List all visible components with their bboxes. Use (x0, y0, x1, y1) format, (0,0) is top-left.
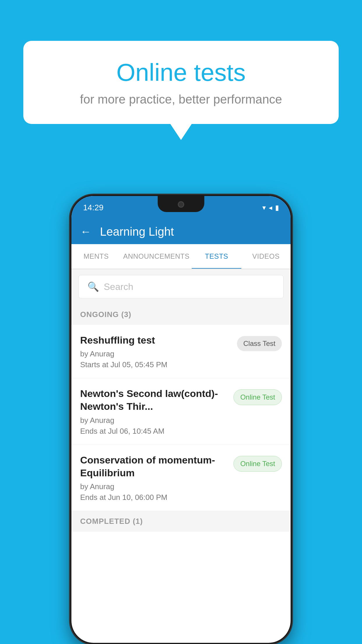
speech-bubble-subtitle: for more practice, better performance (47, 92, 315, 106)
test-badge-3: Online Test (233, 456, 282, 472)
test-date-3: Ends at Jun 10, 06:00 PM (80, 493, 228, 502)
tab-videos[interactable]: VIDEOS (241, 244, 291, 269)
search-box[interactable]: 🔍 Search (78, 275, 284, 298)
search-container: 🔍 Search (71, 269, 291, 304)
test-item-3[interactable]: Conservation of momentum-Equilibrium by … (71, 445, 291, 511)
ongoing-section-header: ONGOING (3) (71, 304, 291, 325)
test-info-1: Reshuffling test by Anurag Starts at Jul… (80, 334, 231, 369)
status-icons: ▾ ◂ ▮ (262, 204, 279, 212)
test-author-2: by Anurag (80, 416, 228, 425)
tab-ments[interactable]: MENTS (71, 244, 121, 269)
notch-cutout (158, 196, 204, 212)
tabs-bar: MENTS ANNOUNCEMENTS TESTS VIDEOS (71, 244, 291, 269)
tests-list: Reshuffling test by Anurag Starts at Jul… (71, 325, 291, 511)
search-placeholder: Search (104, 281, 133, 292)
test-badge-1: Class Test (237, 336, 282, 351)
test-badge-2: Online Test (233, 389, 282, 405)
app-header: ← Learning Light (71, 219, 291, 244)
test-date-1: Starts at Jul 05, 05:45 PM (80, 360, 231, 369)
search-icon: 🔍 (87, 281, 99, 292)
camera-icon (178, 201, 184, 208)
test-name-3: Conservation of momentum-Equilibrium (80, 454, 228, 479)
test-item-1[interactable]: Reshuffling test by Anurag Starts at Jul… (71, 325, 291, 378)
speech-bubble-container: Online tests for more practice, better p… (23, 41, 339, 124)
back-button[interactable]: ← (80, 225, 91, 238)
test-date-2: Ends at Jul 06, 10:45 AM (80, 427, 228, 436)
phone-frame: 14:29 ▾ ◂ ▮ ← Learning Light MENTS (70, 195, 292, 644)
status-bar: 14:29 ▾ ◂ ▮ (71, 196, 291, 219)
phone-screen: 14:29 ▾ ◂ ▮ ← Learning Light MENTS (71, 196, 291, 643)
phone-wrapper: 14:29 ▾ ◂ ▮ ← Learning Light MENTS (70, 195, 292, 644)
speech-bubble-title: Online tests (47, 58, 315, 87)
test-info-2: Newton's Second law(contd)-Newton's Thir… (80, 387, 228, 435)
signal-icon: ◂ (269, 204, 272, 212)
test-name-1: Reshuffling test (80, 334, 231, 346)
completed-section-title: COMPLETED (1) (80, 517, 143, 526)
status-time: 14:29 (83, 203, 103, 212)
test-info-3: Conservation of momentum-Equilibrium by … (80, 454, 228, 502)
wifi-icon: ▾ (262, 204, 266, 212)
battery-icon: ▮ (275, 204, 279, 212)
tab-tests[interactable]: TESTS (192, 244, 241, 269)
test-author-3: by Anurag (80, 482, 228, 491)
app-title: Learning Light (100, 225, 174, 238)
completed-section-header: COMPLETED (1) (71, 511, 291, 532)
tab-announcements[interactable]: ANNOUNCEMENTS (121, 244, 192, 269)
test-author-1: by Anurag (80, 349, 231, 358)
speech-bubble: Online tests for more practice, better p… (23, 41, 339, 124)
test-name-2: Newton's Second law(contd)-Newton's Thir… (80, 387, 228, 413)
test-item-2[interactable]: Newton's Second law(contd)-Newton's Thir… (71, 378, 291, 444)
ongoing-section-title: ONGOING (3) (80, 310, 131, 319)
